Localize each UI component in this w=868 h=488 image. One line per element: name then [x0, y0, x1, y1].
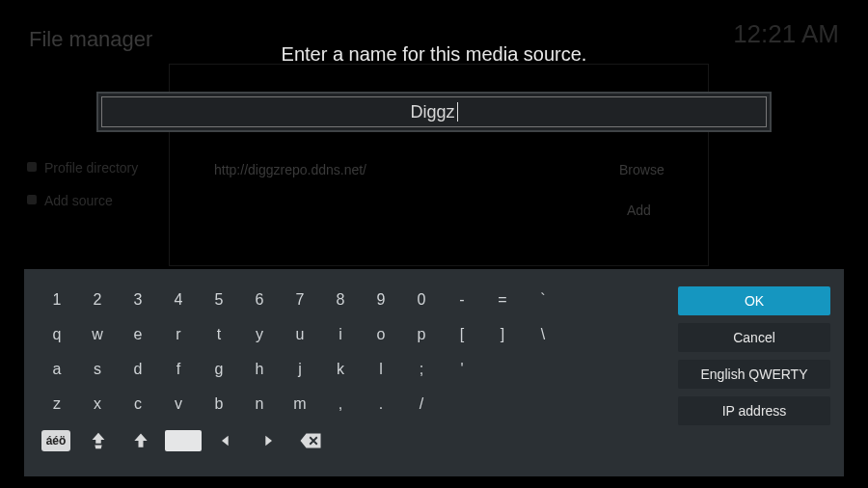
key-,[interactable]: , — [321, 389, 360, 420]
key-.[interactable]: . — [362, 389, 400, 420]
space-key[interactable] — [165, 427, 202, 454]
backspace-key[interactable] — [292, 427, 329, 454]
key-o[interactable]: o — [362, 319, 400, 350]
key-m[interactable]: m — [281, 389, 319, 420]
text-cursor — [457, 102, 458, 122]
key-i[interactable]: i — [321, 319, 360, 350]
key-8[interactable]: 8 — [321, 285, 360, 315]
key-x[interactable]: x — [78, 389, 117, 420]
key-4[interactable]: 4 — [159, 285, 198, 315]
key-t[interactable]: t — [200, 319, 238, 350]
key-f[interactable]: f — [159, 354, 198, 385]
key--[interactable]: - — [443, 285, 481, 315]
key-;[interactable]: ; — [402, 354, 441, 385]
browse-button-bg: Browse — [619, 162, 665, 177]
key-u[interactable]: u — [281, 319, 319, 350]
key-3[interactable]: 3 — [119, 285, 157, 315]
key-=[interactable]: = — [483, 285, 522, 315]
arrow-right-key[interactable] — [250, 427, 286, 454]
key-c[interactable]: c — [119, 389, 157, 420]
shift-key[interactable] — [122, 427, 159, 454]
key-j[interactable]: j — [281, 354, 319, 385]
ip-address-button[interactable]: IP address — [678, 396, 830, 425]
key-[[interactable]: [ — [443, 319, 481, 350]
key-z[interactable]: z — [38, 389, 76, 420]
key-r[interactable]: r — [159, 319, 198, 350]
add-button-bg: Add — [627, 203, 651, 218]
ok-button[interactable]: OK — [678, 286, 830, 315]
dialog-prompt: Enter a name for this media source. — [282, 43, 587, 65]
caps-lock-key[interactable] — [80, 427, 117, 454]
key-q[interactable]: q — [38, 319, 76, 350]
key-9[interactable]: 9 — [362, 285, 400, 315]
key-p[interactable]: p — [402, 319, 441, 350]
key-s[interactable]: s — [78, 354, 117, 385]
key-g[interactable]: g — [200, 354, 238, 385]
key-a[interactable]: a — [38, 354, 76, 385]
folder-icon — [27, 195, 37, 204]
key-\[interactable]: \ — [524, 319, 562, 350]
key-b[interactable]: b — [200, 389, 238, 420]
key-][interactable]: ] — [483, 319, 522, 350]
source-name-input[interactable]: Diggz — [96, 92, 772, 132]
key-h[interactable]: h — [240, 354, 279, 385]
key-2[interactable]: 2 — [78, 285, 117, 315]
accent-key[interactable]: áéö — [38, 427, 74, 454]
key-w[interactable]: w — [78, 319, 117, 350]
key-1[interactable]: 1 — [38, 285, 76, 315]
cancel-button[interactable]: Cancel — [678, 323, 830, 352]
key-7[interactable]: 7 — [281, 285, 319, 315]
key-d[interactable]: d — [119, 354, 157, 385]
key-e[interactable]: e — [119, 319, 157, 350]
key-y[interactable]: y — [240, 319, 279, 350]
folder-icon — [27, 162, 37, 172]
key-n[interactable]: n — [240, 389, 279, 420]
sidebar-item-add-source: Add source — [44, 193, 113, 208]
key-`[interactable]: ` — [524, 285, 562, 315]
key-k[interactable]: k — [321, 354, 360, 385]
source-url-text: http://diggzrepo.ddns.net/ — [214, 162, 366, 177]
key-'[interactable]: ' — [443, 354, 481, 385]
key-0[interactable]: 0 — [402, 285, 441, 315]
layout-button[interactable]: English QWERTY — [678, 360, 830, 389]
input-value: Diggz — [410, 102, 454, 122]
key-v[interactable]: v — [159, 389, 198, 420]
key-6[interactable]: 6 — [240, 285, 279, 315]
key-l[interactable]: l — [362, 354, 400, 385]
key-/[interactable]: / — [402, 389, 441, 420]
onscreen-keyboard: 1234567890-=` qwertyuiop[]\ asdfghjkl;' … — [24, 269, 844, 476]
arrow-left-key[interactable] — [207, 427, 244, 454]
sidebar-item-profile: Profile directory — [44, 160, 138, 176]
key-5[interactable]: 5 — [200, 285, 238, 315]
